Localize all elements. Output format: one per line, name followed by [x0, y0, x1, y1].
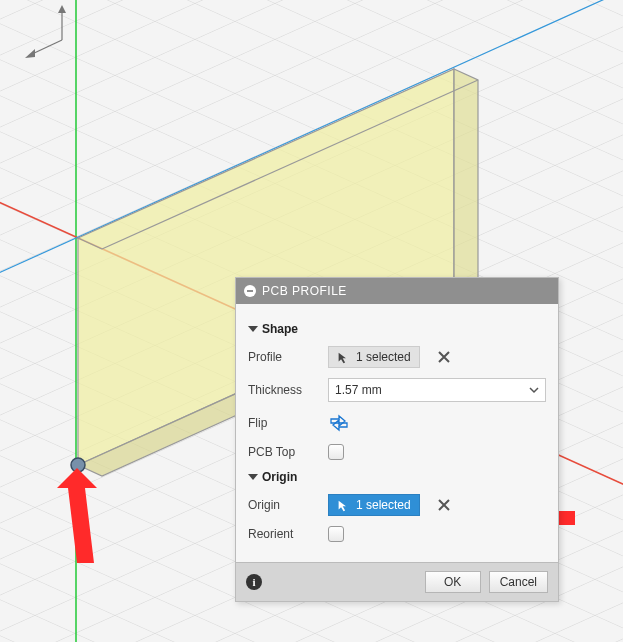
ok-button[interactable]: OK — [425, 571, 481, 593]
dialog-footer: i OK Cancel — [236, 562, 558, 601]
thickness-input[interactable]: 1.57 mm — [328, 378, 546, 402]
row-thickness: Thickness 1.57 mm — [248, 378, 546, 402]
dialog-body: Shape Profile 1 selected Thickness 1.57 … — [236, 304, 558, 562]
svg-point-14 — [71, 458, 85, 472]
cursor-icon — [337, 499, 350, 512]
origin-clear-button[interactable] — [434, 495, 454, 515]
profile-selected-text: 1 selected — [356, 350, 411, 364]
row-flip: Flip — [248, 412, 546, 434]
flip-button[interactable] — [328, 412, 350, 434]
section-origin-label: Origin — [262, 470, 297, 484]
section-shape-label: Shape — [262, 322, 298, 336]
row-reorient: Reorient — [248, 526, 546, 542]
pcbtop-label: PCB Top — [248, 445, 320, 459]
profile-label: Profile — [248, 350, 320, 364]
collapse-icon[interactable] — [244, 285, 256, 297]
section-shape[interactable]: Shape — [248, 322, 546, 336]
cursor-icon — [337, 351, 350, 364]
svg-marker-10 — [454, 69, 478, 306]
row-pcbtop: PCB Top — [248, 444, 546, 460]
row-origin: Origin 1 selected — [248, 494, 546, 516]
dropdown-caret-icon — [529, 385, 539, 395]
dialog-titlebar[interactable]: PCB PROFILE — [236, 278, 558, 304]
info-icon[interactable]: i — [246, 574, 262, 590]
thickness-value: 1.57 mm — [335, 383, 382, 397]
origin-selected-text: 1 selected — [356, 498, 411, 512]
section-origin[interactable]: Origin — [248, 470, 546, 484]
flip-label: Flip — [248, 416, 320, 430]
profile-selection-chip[interactable]: 1 selected — [328, 346, 420, 368]
row-profile: Profile 1 selected — [248, 346, 546, 368]
profile-clear-button[interactable] — [434, 347, 454, 367]
origin-label: Origin — [248, 498, 320, 512]
origin-selection-chip[interactable]: 1 selected — [328, 494, 420, 516]
dialog-title-text: PCB PROFILE — [262, 284, 347, 298]
reorient-checkbox[interactable] — [328, 526, 344, 542]
pcb-profile-dialog: PCB PROFILE Shape Profile 1 selected Thi… — [235, 277, 559, 602]
caret-down-icon — [248, 474, 258, 480]
reorient-label: Reorient — [248, 527, 320, 541]
pcbtop-checkbox[interactable] — [328, 444, 344, 460]
cancel-button[interactable]: Cancel — [489, 571, 548, 593]
caret-down-icon — [248, 326, 258, 332]
thickness-label: Thickness — [248, 383, 320, 397]
